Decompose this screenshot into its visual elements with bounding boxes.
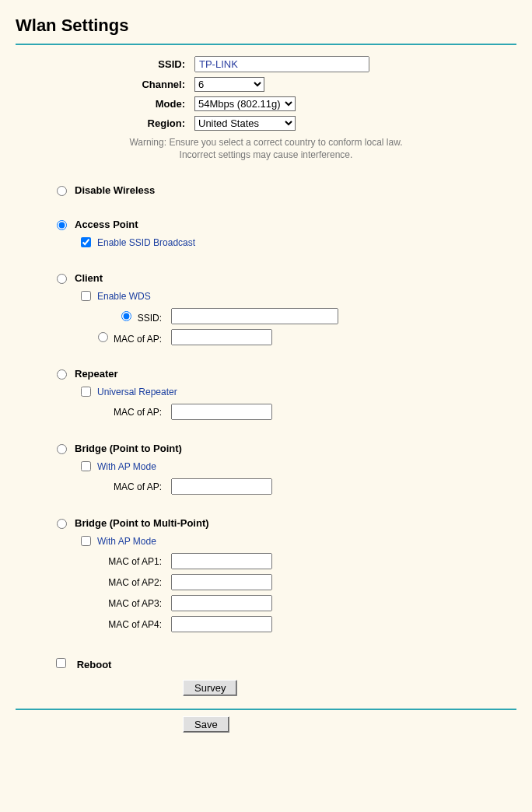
universal-repeater-label: Universal Repeater [97,387,177,397]
repeater-mac-label: MAC of AP: [16,407,171,418]
client-radio[interactable] [57,274,67,284]
ptp-with-ap-label: With AP Mode [97,461,156,472]
save-button[interactable]: Save [183,716,229,733]
access-point-radio[interactable] [57,220,67,230]
ptmp-mac1-input[interactable] [171,553,272,569]
bridge-ptp-label: Bridge (Point to Point) [75,443,182,454]
ptmp-mac2-label: MAC of AP2: [16,577,171,588]
ptmp-mac3-input[interactable] [171,595,272,611]
client-ssid-label: SSID: [138,313,162,324]
client-mac-radio[interactable] [98,332,108,342]
ptp-with-ap-checkbox[interactable] [81,461,91,471]
client-mac-label: MAC of AP: [114,334,162,345]
region-select[interactable]: United States [194,116,296,131]
repeater-mac-input[interactable] [171,404,272,420]
divider-bottom [16,709,516,710]
disable-wireless-radio[interactable] [57,186,67,196]
client-ssid-input[interactable] [171,308,338,324]
page-title: Wlan Settings [16,16,516,36]
ptmp-mac1-label: MAC of AP1: [16,556,171,567]
mode-select[interactable]: 54Mbps (802.11g) [194,96,296,111]
bridge-ptmp-label: Bridge (Point to Multi-Point) [75,517,209,529]
ptmp-mac2-input[interactable] [171,574,272,590]
enable-ssid-broadcast-checkbox[interactable] [81,237,91,247]
ptmp-mac3-label: MAC of AP3: [16,598,171,609]
ptmp-with-ap-checkbox[interactable] [81,536,91,546]
enable-wds-label: Enable WDS [97,291,151,302]
region-label: Region: [16,117,194,129]
enable-wds-checkbox[interactable] [81,291,91,301]
ssid-label: SSID: [16,58,194,70]
ptmp-with-ap-label: With AP Mode [97,536,156,547]
ptp-mac-label: MAC of AP: [16,481,171,492]
warning-line-1: Warning: Ensure you select a correct cou… [16,137,516,148]
channel-label: Channel: [16,79,194,90]
access-point-label: Access Point [75,219,138,230]
universal-repeater-checkbox[interactable] [81,387,91,397]
ptmp-mac4-label: MAC of AP4: [16,619,171,630]
divider-top [16,44,516,45]
client-label: Client [75,272,103,284]
channel-select[interactable]: 6 [194,77,264,92]
reboot-checkbox[interactable] [56,658,66,668]
bridge-ptmp-radio[interactable] [57,519,67,529]
repeater-radio[interactable] [57,369,67,380]
ssid-input[interactable] [194,56,369,72]
bridge-ptp-radio[interactable] [57,444,67,454]
client-mac-input[interactable] [171,329,272,345]
reboot-label: Reboot [77,659,112,670]
ptmp-mac4-input[interactable] [171,616,272,632]
survey-button[interactable]: Survey [183,680,237,696]
ptp-mac-input[interactable] [171,478,272,495]
client-ssid-radio[interactable] [121,311,131,321]
enable-ssid-broadcast-label: Enable SSID Broadcast [97,237,195,248]
repeater-label: Repeater [75,368,118,380]
mode-label: Mode: [16,98,194,110]
warning-line-2: Incorrect settings may cause interferenc… [16,149,516,160]
disable-wireless-label: Disable Wireless [75,184,155,196]
